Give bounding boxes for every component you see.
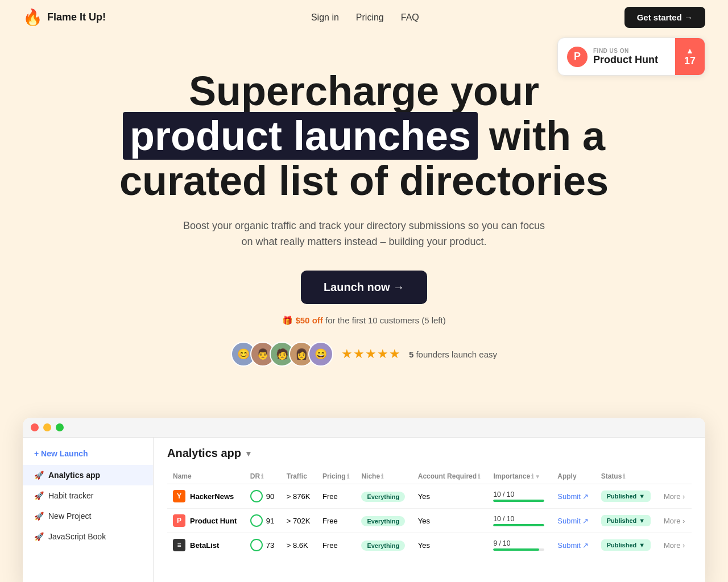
hero-section: Supercharge your product launches with a… bbox=[0, 35, 728, 418]
founders-row: 😊 👨 🧑 👩 😄 ★★★★★ 5 founders launch easy bbox=[23, 342, 705, 367]
col-dr: DRℹ bbox=[245, 469, 281, 484]
submit-link-ph[interactable]: Submit ↗ bbox=[557, 517, 588, 525]
cell-pricing-bl: Free bbox=[317, 533, 355, 558]
cell-account-hn: Yes bbox=[412, 484, 488, 509]
dr-info-icon[interactable]: ℹ bbox=[261, 473, 263, 480]
flame-icon: 🔥 bbox=[23, 8, 43, 27]
sidebar-item-analytics-app[interactable]: 🚀 Analytics app bbox=[23, 465, 153, 485]
cell-pricing-ph: Free bbox=[317, 509, 355, 533]
importance-bar-ph bbox=[493, 524, 544, 526]
cell-dr-hn: 90 bbox=[245, 484, 281, 509]
sidebar-emoji-4: 🚀 bbox=[34, 532, 44, 541]
cell-apply-bl: Submit ↗ bbox=[552, 533, 595, 558]
cell-name: Y HackerNews bbox=[167, 484, 245, 509]
dir-name-ph: Product Hunt bbox=[190, 517, 237, 525]
cell-apply-hn: Submit ↗ bbox=[552, 484, 595, 509]
status-badge-bl[interactable]: Published ▼ bbox=[601, 539, 651, 551]
window-close-dot[interactable] bbox=[31, 423, 39, 431]
dr-circle-hn bbox=[250, 490, 263, 502]
app-section-title: Analytics app ▼ bbox=[167, 447, 692, 460]
ph-badge-left: P FIND US ON Product Hunt bbox=[558, 39, 675, 75]
window-titlebar bbox=[23, 418, 705, 438]
table-row: P Product Hunt 91 > 702K Free E bbox=[167, 509, 692, 533]
hero-title-line3: curated list of directories bbox=[119, 158, 609, 203]
niche-badge-ph: Everything bbox=[361, 516, 405, 526]
cell-traffic-bl: > 8.6K bbox=[281, 533, 317, 558]
window-maximize-dot[interactable] bbox=[56, 423, 64, 431]
niche-info-icon[interactable]: ℹ bbox=[381, 473, 383, 480]
stars-rating: ★★★★★ bbox=[341, 347, 401, 361]
cell-more-bl: More › bbox=[658, 533, 692, 558]
discount-bar: 🎁 $50 off for the first 10 customers (5 … bbox=[23, 315, 705, 326]
status-badge-hn[interactable]: Published ▼ bbox=[601, 490, 651, 502]
importance-info-icon[interactable]: ℹ bbox=[531, 473, 533, 480]
status-badge-ph[interactable]: Published ▼ bbox=[601, 515, 651, 526]
more-button-hn[interactable]: More › bbox=[664, 492, 685, 501]
table-row: Y HackerNews 90 > 876K Free Eve bbox=[167, 484, 692, 509]
sidebar-item-habit-tracker[interactable]: 🚀 Habit tracker bbox=[23, 485, 153, 506]
acct-info-icon[interactable]: ℹ bbox=[478, 473, 480, 480]
dir-name-bl: BetaList bbox=[190, 541, 219, 550]
col-pricing: Pricingℹ bbox=[317, 469, 355, 484]
nav-pricing[interactable]: Pricing bbox=[356, 13, 384, 23]
cell-niche-ph: Everything bbox=[355, 509, 412, 533]
cell-pricing-hn: Free bbox=[317, 484, 355, 509]
ph-logo-icon: P bbox=[567, 47, 588, 67]
app-title-dropdown-icon[interactable]: ▼ bbox=[245, 449, 253, 458]
dr-value-ph: 91 bbox=[266, 517, 274, 525]
cell-name-ph: P Product Hunt bbox=[167, 509, 245, 533]
more-button-bl[interactable]: More › bbox=[664, 541, 685, 550]
sidebar-emoji-2: 🚀 bbox=[34, 491, 44, 500]
status-dropdown-icon-bl: ▼ bbox=[639, 542, 645, 548]
hero-subtitle: Boost your organic traffic and track you… bbox=[182, 218, 546, 251]
window-minimize-dot[interactable] bbox=[43, 423, 51, 431]
ph-text: FIND US ON Product Hunt bbox=[593, 48, 658, 66]
app-sidebar: + New Launch 🚀 Analytics app 🚀 Habit tra… bbox=[23, 438, 154, 582]
status-info-icon[interactable]: ℹ bbox=[623, 473, 625, 480]
dr-circle-ph bbox=[250, 514, 263, 527]
importance-bar-hn bbox=[493, 500, 544, 502]
cell-niche-hn: Everything bbox=[355, 484, 412, 509]
app-window: + New Launch 🚀 Analytics app 🚀 Habit tra… bbox=[23, 418, 705, 582]
submit-link-hn[interactable]: Submit ↗ bbox=[557, 492, 588, 501]
cell-traffic-ph: > 702K bbox=[281, 509, 317, 533]
cell-more-ph: More › bbox=[658, 509, 692, 533]
favicon-bl: ≡ bbox=[173, 539, 185, 551]
col-more bbox=[658, 469, 692, 484]
app-main-content: Analytics app ▼ Name DRℹ Traffic Pricing… bbox=[154, 438, 705, 582]
importance-sort-icon[interactable]: ▼ bbox=[535, 473, 540, 480]
submit-link-bl[interactable]: Submit ↗ bbox=[557, 541, 588, 550]
importance-fill-bl bbox=[493, 548, 539, 551]
ph-upvote-arrow: ▲ bbox=[686, 46, 694, 55]
founders-text: 5 founders launch easy bbox=[409, 350, 497, 359]
ph-vote-count[interactable]: ▲ 17 bbox=[675, 38, 705, 75]
sidebar-emoji-1: 🚀 bbox=[34, 471, 44, 480]
discount-text: for the first 10 customers (5 left) bbox=[325, 315, 446, 325]
nav-links: Sign in Pricing FAQ bbox=[311, 13, 419, 23]
new-launch-button[interactable]: + New Launch bbox=[23, 447, 153, 465]
cell-importance-ph: 10 / 10 bbox=[487, 509, 552, 533]
external-link-icon-bl: ↗ bbox=[582, 541, 589, 550]
ph-count-label: 17 bbox=[684, 55, 696, 67]
nav-faq[interactable]: FAQ bbox=[401, 13, 419, 23]
product-hunt-badge[interactable]: P FIND US ON Product Hunt ▲ 17 bbox=[557, 38, 705, 76]
launch-now-button[interactable]: Launch now → bbox=[301, 271, 427, 304]
get-started-button[interactable]: Get started → bbox=[624, 7, 705, 28]
window-body: + New Launch 🚀 Analytics app 🚀 Habit tra… bbox=[23, 438, 705, 582]
cell-account-ph: Yes bbox=[412, 509, 488, 533]
sidebar-label-analytics: Analytics app bbox=[48, 471, 100, 480]
col-apply: Apply bbox=[552, 469, 595, 484]
navigation: 🔥 Flame It Up! Sign in Pricing FAQ Get s… bbox=[0, 0, 728, 35]
more-button-ph[interactable]: More › bbox=[664, 517, 685, 525]
sidebar-item-js-book[interactable]: 🚀 JavaScript Book bbox=[23, 526, 153, 547]
cell-more-hn: More › bbox=[658, 484, 692, 509]
pricing-info-icon[interactable]: ℹ bbox=[347, 473, 349, 480]
ph-name: Product Hunt bbox=[593, 54, 658, 66]
external-link-icon-hn: ↗ bbox=[582, 492, 589, 501]
nav-sign-in[interactable]: Sign in bbox=[311, 13, 339, 23]
sidebar-item-new-project[interactable]: 🚀 New Project bbox=[23, 506, 153, 526]
founders-count: 5 bbox=[409, 350, 413, 359]
col-status: Statusℹ bbox=[595, 469, 658, 484]
app-title-text: Analytics app bbox=[167, 447, 241, 460]
logo[interactable]: 🔥 Flame It Up! bbox=[23, 8, 106, 27]
